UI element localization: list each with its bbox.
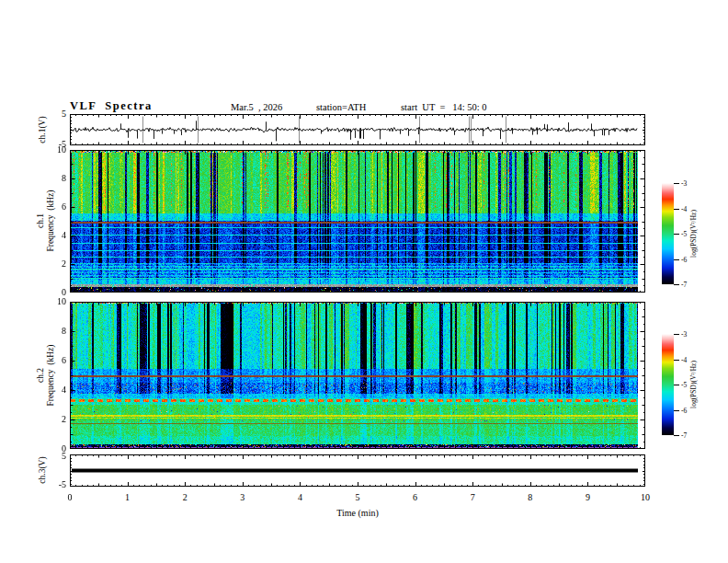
colorbar2-tick--6: -6: [681, 407, 687, 415]
colorbar2-tick--4: -4: [681, 356, 687, 364]
ch1-freq-tick-10: 10: [39, 144, 66, 155]
colorbar-ch1-title: log(PSD)(V²/Hz): [689, 210, 698, 258]
ch2-freq-tick-8: 8: [39, 326, 66, 336]
ch1-label-line1: ch.1: [36, 213, 45, 228]
ch1-freq-axis-title: ch.1Frequency (kHz): [36, 190, 56, 251]
ch2-label-line2: Frequency (kHz): [46, 344, 55, 406]
time-tick-7: 7: [461, 492, 483, 502]
ch2-freq-tick-10: 10: [39, 296, 66, 306]
ch3-volt-tick-neg5: -5: [39, 479, 66, 489]
colorbar1-tick--7: -7: [681, 281, 687, 289]
ch1-freq-tick-2: 2: [39, 259, 66, 269]
header-start-ut: start UT = 14: 50: 0: [401, 102, 487, 112]
colorbar1-tick--6: -6: [681, 256, 687, 264]
ch2-freq-tick-4: 4: [39, 385, 66, 395]
ch2-freq-tick-2: 2: [39, 414, 66, 424]
colorbar1-tickmark--4: [674, 209, 679, 210]
colorbar1-tickmark--7: [674, 284, 679, 285]
ch3-waveform-panel: [70, 454, 645, 487]
header-date: Mar.5 , 2026: [231, 102, 282, 112]
figure-title: VLF Spectra: [70, 99, 153, 113]
ch2-spectrogram-panel: [70, 302, 645, 449]
time-tick-4: 4: [289, 492, 311, 502]
colorbar1-tick--5: -5: [681, 230, 687, 238]
ch1-freq-tick-6: 6: [39, 201, 66, 212]
colorbar2-tickmark--6: [674, 410, 679, 411]
ch1-waveform-panel: [70, 114, 645, 145]
ch2-label-line1: ch.2: [36, 368, 45, 383]
time-tick-8: 8: [519, 492, 541, 502]
vlf-spectra-figure: VLF Spectra Mar.5 , 2026 station=ATH sta…: [0, 0, 728, 563]
colorbar-ch2-title: log(PSD)(V²/Hz): [689, 361, 698, 408]
time-tick-1: 1: [117, 492, 139, 502]
time-axis-title: Time (min): [302, 508, 413, 518]
ch2-freq-axis-title: ch.2Frequency (kHz): [36, 344, 56, 406]
colorbar2-tick--3: -3: [681, 330, 687, 339]
ch3-volt-tick-5: 5: [39, 451, 66, 461]
ch1-freq-tick-4: 4: [39, 230, 66, 240]
colorbar1-tick--4: -4: [681, 205, 687, 213]
colorbar2-tickmark--4: [674, 360, 679, 361]
colorbar1-tickmark--3: [674, 183, 679, 184]
time-tick-6: 6: [404, 492, 427, 502]
colorbar2-tick--5: -5: [681, 381, 687, 389]
header-station: station=ATH: [316, 102, 366, 112]
colorbar2-tickmark--7: [674, 435, 679, 436]
colorbar1-tickmark--5: [674, 234, 679, 235]
time-tick-9: 9: [576, 492, 598, 502]
colorbar1-tickmark--6: [674, 259, 679, 260]
time-tick-0: 0: [59, 492, 81, 502]
time-tick-3: 3: [232, 492, 254, 502]
colorbar-ch1: [662, 183, 674, 284]
ch1-volt-tick-5: 5: [39, 109, 66, 119]
ch2-freq-tick-6: 6: [39, 355, 66, 365]
colorbar-ch2: [662, 334, 674, 435]
colorbar1-tick--3: -3: [681, 179, 687, 188]
time-tick-10: 10: [634, 492, 656, 502]
ch1-spectrogram-panel: [70, 150, 645, 293]
time-tick-2: 2: [174, 492, 196, 502]
colorbar2-tick--7: -7: [681, 431, 687, 440]
ch1-freq-tick-8: 8: [39, 173, 66, 183]
colorbar2-tickmark--3: [674, 334, 679, 335]
colorbar2-tickmark--5: [674, 385, 679, 385]
ch1-label-line2: Frequency (kHz): [46, 190, 55, 251]
time-tick-5: 5: [347, 492, 369, 502]
